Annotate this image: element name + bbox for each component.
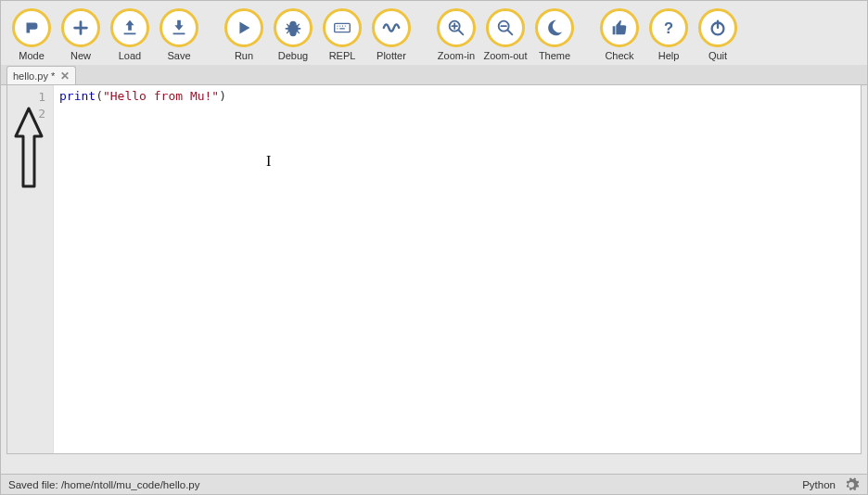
code-token: print [59, 89, 96, 103]
code-area[interactable]: print("Hello from Mu!") [54, 85, 861, 453]
close-icon[interactable]: ✕ [60, 70, 70, 82]
toolbar-label: Load [119, 50, 141, 61]
toolbar-label: Theme [539, 50, 570, 61]
toolbar-label: Run [235, 50, 253, 61]
help-button[interactable]: ? Help [647, 8, 690, 61]
check-button[interactable]: Check [598, 8, 641, 61]
save-icon [160, 8, 198, 47]
toolbar-label: New [70, 50, 91, 61]
mode-icon [12, 8, 51, 47]
toolbar-label: Help [658, 50, 680, 61]
zoom-out-button[interactable]: Zoom-out [484, 8, 527, 61]
wave-icon [372, 8, 411, 47]
toolbar-label: Zoom-out [483, 50, 527, 61]
repl-button[interactable]: REPL [321, 8, 364, 61]
mode-button[interactable]: Mode [10, 8, 53, 61]
editor: 1 2 print("Hello from Mu!") [6, 85, 862, 454]
code-token: "Hello from Mu!" [103, 89, 219, 103]
zoom-in-button[interactable]: Zoom-in [435, 8, 478, 61]
load-icon [110, 8, 149, 47]
power-icon [698, 8, 737, 47]
toolbar: Mode New Load Save Run Debug REPL [1, 1, 867, 65]
code-token: ) [219, 89, 226, 103]
status-bar: Saved file: /home/ntoll/mu_code/hello.py… [1, 474, 867, 494]
load-button[interactable]: Load [108, 8, 151, 61]
play-icon [224, 8, 263, 47]
file-tab[interactable]: hello.py * ✕ [6, 66, 76, 84]
quit-button[interactable]: Quit [696, 8, 739, 61]
svg-text:?: ? [664, 19, 673, 36]
toolbar-label: Check [605, 50, 633, 61]
svg-rect-0 [335, 23, 351, 32]
status-mode: Python [802, 479, 836, 490]
toolbar-label: Zoom-in [438, 50, 475, 61]
theme-button[interactable]: Theme [533, 8, 576, 61]
toolbar-label: Mode [19, 50, 45, 61]
plotter-button[interactable]: Plotter [370, 8, 413, 61]
zoom-in-icon [437, 8, 476, 47]
toolbar-label: Quit [708, 50, 727, 61]
gear-icon [843, 476, 860, 493]
keyboard-icon [323, 8, 362, 47]
save-button[interactable]: Save [158, 8, 200, 61]
moon-icon [535, 8, 574, 47]
tab-bar: hello.py * ✕ [1, 65, 867, 85]
line-gutter: 1 2 [7, 85, 54, 453]
toolbar-label: REPL [329, 50, 356, 61]
bug-icon [274, 8, 313, 47]
question-icon: ? [649, 8, 688, 47]
new-button[interactable]: New [59, 8, 102, 61]
settings-button[interactable] [843, 476, 860, 493]
toolbar-label: Save [167, 50, 190, 61]
status-message: Saved file: /home/ntoll/mu_code/hello.py [8, 479, 199, 490]
zoom-out-icon [486, 8, 525, 47]
code-token: ( [96, 89, 103, 103]
run-button[interactable]: Run [223, 8, 265, 61]
toolbar-label: Debug [278, 50, 308, 61]
plus-icon [61, 8, 100, 47]
line-number: 2 [7, 106, 45, 122]
toolbar-label: Plotter [377, 50, 406, 61]
line-number: 1 [7, 89, 45, 106]
thumb-icon [600, 8, 639, 47]
tab-title: hello.py * [13, 70, 55, 82]
debug-button[interactable]: Debug [272, 8, 314, 61]
